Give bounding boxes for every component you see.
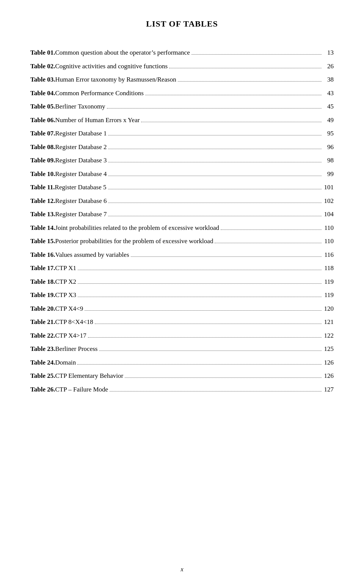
toc-item-dots [99,351,322,351]
toc-item-page: 120 [323,304,334,314]
toc-item-description: Register Database 5 [55,182,107,192]
toc-item: Table 12. Register Database 6102 [30,196,334,206]
toc-item-description: CTP X3 [55,290,77,300]
toc-item-dots [178,81,322,82]
toc-item-dots [169,68,322,68]
toc-item-description: Number of Human Errors x Year [55,115,140,125]
toc-item-description: Common Performance Conditions [55,88,144,98]
toc-item-page: 121 [323,317,334,327]
toc-item-page: 45 [323,102,334,112]
toc-item-page: 110 [323,236,334,246]
toc-item-page: 98 [323,156,334,165]
toc-item-description: CTP 8<X4<18 [55,317,93,327]
toc-item-page: 126 [323,358,334,368]
toc-item: Table 26. CTP – Failure Mode127 [30,385,334,395]
toc-item-page: 26 [323,61,334,71]
toc-item: Table 25. CTP Elementary Behavior126 [30,371,334,381]
toc-item-description: Cognitive activities and cognitive funct… [55,61,168,71]
toc-item-dots [78,297,322,297]
toc-item-description: Joint probabilities related to the probl… [55,223,219,233]
toc-item-label: Table 26. [30,385,55,395]
toc-item-label: Table 14. [30,223,55,233]
page-footer: x [0,566,364,573]
toc-item-dots [215,243,322,243]
toc-item-dots [110,391,322,391]
toc-item-description: Register Database 3 [55,156,107,165]
toc-item-page: 127 [323,385,334,395]
toc-item-page: 101 [323,182,334,192]
toc-item-dots [221,230,322,230]
toc-item-label: Table 21. [30,317,55,327]
toc-item: Table 23. Berliner Process125 [30,344,334,354]
toc-item-page: 119 [323,290,334,300]
toc-item-label: Table 16. [30,250,55,260]
toc-item-description: Register Database 1 [55,129,107,138]
toc-item-label: Table 25. [30,371,55,381]
toc-item-page: 110 [323,223,334,233]
toc-item-dots [145,95,322,95]
toc-item-dots [108,135,322,135]
toc-item-label: Table 17. [30,263,55,273]
toc-item-dots [88,337,322,338]
toc-item-page: 38 [323,75,334,85]
toc-item-page: 104 [323,209,334,219]
toc-item-page: 43 [323,88,334,98]
toc-item-label: Table 22. [30,331,55,341]
toc-item-dots [78,270,322,270]
toc-item-description: CTP Elementary Behavior [55,371,124,381]
page-title: LIST OF TABLES [30,15,334,29]
toc-item-description: Berliner Process [55,344,98,354]
toc-item-description: Register Database 6 [55,196,107,206]
toc-item: Table 01. Common question about the oper… [30,48,334,58]
toc-item: Table 22. CTP X4>17122 [30,331,334,341]
toc-list: Table 01. Common question about the oper… [30,48,334,394]
toc-item-dots [78,283,322,284]
toc-item: Table 20. CTP X4<9120 [30,304,334,314]
toc-item-label: Table 03. [30,75,55,85]
toc-item: Table 04. Common Performance Conditions4… [30,88,334,98]
toc-item: Table 18. CTP X2119 [30,277,334,287]
toc-item-dots [108,189,322,189]
toc-item-description: Domain [55,358,76,368]
toc-item-label: Table 13. [30,209,55,219]
toc-item-label: Table 20. [30,304,55,314]
toc-item-description: Values assumed by variables [55,250,129,260]
toc-item-description: CTP X4>17 [55,331,86,341]
toc-item: Table 15. Posterior probabilities for th… [30,236,334,246]
toc-item-dots [108,162,322,162]
toc-item-description: Common question about the operator’s per… [55,48,190,58]
toc-item-dots [108,176,322,176]
toc-item-description: Berliner Taxonomy [55,102,105,112]
toc-item-label: Table 01. [30,48,55,58]
toc-item-label: Table 12. [30,196,55,206]
toc-item-label: Table 05. [30,102,55,112]
toc-item-description: CTP – Failure Mode [55,385,108,395]
toc-item: Table 02. Cognitive activities and cogni… [30,61,334,71]
toc-item-label: Table 09. [30,156,55,165]
toc-item-page: 13 [323,48,334,58]
toc-item-label: Table 10. [30,169,55,179]
toc-item-page: 119 [323,277,334,287]
toc-item: Table 06. Number of Human Errors x Year4… [30,115,334,125]
toc-item: Table 13. Register Database 7104 [30,209,334,219]
toc-item-dots [191,54,322,55]
toc-item-dots [85,310,322,311]
toc-item-label: Table 15. [30,236,55,246]
toc-item-dots [95,324,322,324]
toc-item-page: 95 [323,129,334,138]
toc-item: Table 16. Values assumed by variables116 [30,250,334,260]
toc-item-label: Table 02. [30,61,55,71]
toc-item: Table 08. Register Database 296 [30,142,334,152]
toc-item-description: Register Database 4 [55,169,107,179]
toc-item-description: CTP X1 [55,263,77,273]
toc-item-description: CTP X2 [55,277,77,287]
toc-item-label: Table 07. [30,129,55,138]
toc-item-page: 122 [323,331,334,341]
toc-item-page: 116 [323,250,334,260]
toc-item-page: 125 [323,344,334,354]
toc-item-label: Table 19. [30,290,55,300]
toc-item-dots [77,364,322,365]
toc-item: Table 14. Joint probabilities related to… [30,223,334,233]
toc-item: Table 10. Register Database 499 [30,169,334,179]
toc-item-description: CTP X4<9 [55,304,83,314]
